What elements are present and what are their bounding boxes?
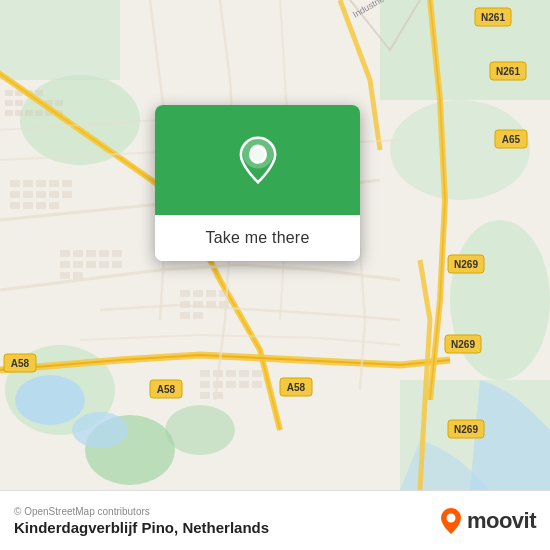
svg-rect-24 <box>55 100 63 106</box>
svg-text:A58: A58 <box>157 384 176 395</box>
location-pin-icon <box>234 136 282 184</box>
svg-text:N269: N269 <box>454 259 478 270</box>
svg-point-1 <box>20 75 140 165</box>
svg-rect-50 <box>112 250 122 257</box>
svg-rect-29 <box>10 191 20 198</box>
svg-rect-74 <box>200 381 210 388</box>
svg-rect-2 <box>0 0 120 80</box>
svg-rect-60 <box>193 312 203 319</box>
svg-rect-53 <box>193 290 203 297</box>
svg-rect-16 <box>15 100 23 106</box>
svg-rect-49 <box>99 261 109 268</box>
svg-rect-70 <box>200 370 210 377</box>
location-title: Kinderdagverblijf Pino, Netherlands <box>14 519 269 536</box>
svg-rect-32 <box>23 202 33 209</box>
moovit-pin-icon <box>440 507 462 535</box>
map-container: Industriestraat N261 N261 A65 N269 N269 … <box>0 0 550 490</box>
svg-rect-59 <box>180 312 190 319</box>
svg-rect-79 <box>239 381 249 388</box>
svg-rect-80 <box>252 370 262 377</box>
svg-rect-27 <box>23 180 33 187</box>
svg-rect-73 <box>239 370 249 377</box>
svg-rect-33 <box>36 191 46 198</box>
svg-point-10 <box>15 375 85 425</box>
moovit-brand-text: moovit <box>467 508 536 534</box>
svg-rect-45 <box>86 261 96 268</box>
svg-rect-76 <box>226 381 236 388</box>
svg-rect-19 <box>15 110 23 116</box>
svg-rect-77 <box>200 392 210 399</box>
svg-rect-52 <box>180 290 190 297</box>
svg-text:A65: A65 <box>502 134 521 145</box>
svg-text:A58: A58 <box>287 382 306 393</box>
svg-rect-48 <box>99 250 109 257</box>
svg-text:N269: N269 <box>451 339 475 350</box>
copyright-text: © OpenStreetMap contributors <box>14 506 269 517</box>
svg-rect-34 <box>36 202 46 209</box>
svg-rect-15 <box>5 100 13 106</box>
popup-header <box>155 105 360 215</box>
svg-rect-51 <box>112 261 122 268</box>
bottom-bar: © OpenStreetMap contributors Kinderdagve… <box>0 490 550 550</box>
svg-rect-17 <box>35 90 43 96</box>
svg-rect-43 <box>60 261 70 268</box>
svg-rect-3 <box>380 0 550 100</box>
road-label-n261: N261 <box>481 12 505 23</box>
moovit-logo: moovit <box>440 507 536 535</box>
svg-point-4 <box>390 100 530 200</box>
svg-rect-38 <box>62 180 72 187</box>
svg-point-5 <box>450 220 550 380</box>
svg-rect-35 <box>49 180 59 187</box>
svg-rect-54 <box>206 290 216 297</box>
svg-rect-20 <box>25 110 33 116</box>
svg-rect-42 <box>86 250 96 257</box>
svg-rect-40 <box>60 250 70 257</box>
svg-rect-46 <box>60 272 70 279</box>
svg-rect-18 <box>5 110 13 116</box>
take-me-there-button[interactable]: Take me there <box>155 215 360 261</box>
svg-rect-28 <box>36 180 46 187</box>
svg-text:N269: N269 <box>454 424 478 435</box>
svg-point-11 <box>72 412 128 448</box>
bottom-left-info: © OpenStreetMap contributors Kinderdagve… <box>14 506 269 536</box>
svg-rect-37 <box>49 202 59 209</box>
svg-rect-26 <box>10 180 20 187</box>
svg-rect-31 <box>10 202 20 209</box>
svg-text:A58: A58 <box>11 358 30 369</box>
svg-rect-47 <box>73 272 83 279</box>
svg-point-9 <box>165 405 235 455</box>
svg-rect-30 <box>23 191 33 198</box>
svg-rect-21 <box>35 110 43 116</box>
svg-rect-41 <box>73 250 83 257</box>
svg-text:N261: N261 <box>496 66 520 77</box>
svg-rect-39 <box>62 191 72 198</box>
svg-rect-36 <box>49 191 59 198</box>
svg-rect-44 <box>73 261 83 268</box>
location-popup: Take me there <box>155 105 360 261</box>
svg-rect-12 <box>5 90 13 96</box>
svg-point-103 <box>446 513 455 522</box>
svg-rect-72 <box>226 370 236 377</box>
svg-rect-81 <box>252 381 262 388</box>
